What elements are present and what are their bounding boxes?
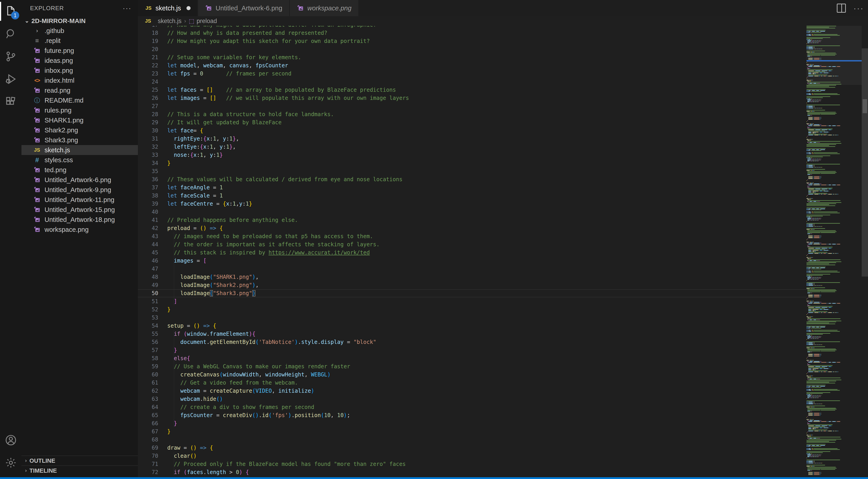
- file-row-index.html[interactable]: <>index.html: [22, 75, 138, 86]
- code-line-64[interactable]: 64 // create a div to show frames per se…: [138, 403, 807, 411]
- code-line-22[interactable]: 22let model, webcam, canvas, fpsCounter: [138, 61, 807, 70]
- section-timeline[interactable]: ›TIMELINE: [22, 466, 138, 475]
- code-line-25[interactable]: 25let faces = [] // an array to be popul…: [138, 86, 807, 94]
- file-row-Shark2.png[interactable]: Shark2.png: [22, 125, 138, 135]
- code-line-33[interactable]: 33 nose:{x:1, y:1}: [138, 151, 807, 159]
- modified-dot[interactable]: [186, 6, 191, 10]
- extensions-icon[interactable]: [0, 90, 22, 113]
- file-row-Untitled_Artwork-11.png[interactable]: Untitled_Artwork-11.png: [22, 195, 138, 205]
- code-line-41[interactable]: 41// Preload happens before anything els…: [138, 216, 807, 224]
- code-line-55[interactable]: 55 if (window.frameElement){: [138, 330, 807, 338]
- code-line-48[interactable]: 48 loadImage("SHARK1.png"),: [138, 273, 807, 281]
- code-line-19[interactable]: 19// How might you adapt this sketch for…: [138, 37, 807, 45]
- file-row-inbox.png[interactable]: inbox.png: [22, 66, 138, 75]
- code-line-35[interactable]: 35: [138, 167, 807, 175]
- code-line-72[interactable]: 72 if (faces.length > 0) {: [138, 468, 807, 475]
- file-row-SHARK1.png[interactable]: SHARK1.png: [22, 115, 138, 125]
- run-debug-icon[interactable]: [0, 68, 22, 90]
- code-line-58[interactable]: 58 else{: [138, 354, 807, 362]
- code-line-40[interactable]: 40: [138, 208, 807, 216]
- code-line-43[interactable]: 43 // images need to be preloaded so tha…: [138, 232, 807, 241]
- file-row-read.png[interactable]: read.png: [22, 86, 138, 95]
- code-line-70[interactable]: 70 clear(): [138, 452, 807, 460]
- code-line-56[interactable]: 56 document.getElementById('TabNotice').…: [138, 338, 807, 346]
- code-editor[interactable]: 17// How and why might a data portrait d…: [138, 26, 868, 475]
- code-line-71[interactable]: 71 // Proceed only if the BlazeFace mode…: [138, 460, 807, 468]
- editor-scrollbar[interactable]: [862, 26, 868, 475]
- code-line-38[interactable]: 38let faceScale = 1: [138, 192, 807, 200]
- code-line-18[interactable]: 18// How and why is data presented and r…: [138, 29, 807, 37]
- code-line-21[interactable]: 21// Setup some variables for key elemen…: [138, 53, 807, 61]
- code-line-26[interactable]: 26let images = [] // we will populate th…: [138, 94, 807, 102]
- code-line-39[interactable]: 39let faceCentre = {x:1,y:1}: [138, 200, 807, 208]
- tree-root-folder[interactable]: ⌄ 2D-MIRROR-MAIN: [22, 16, 138, 26]
- code-line-37[interactable]: 37let faceAngle = 1: [138, 184, 807, 192]
- explorer-more-actions[interactable]: ···: [123, 4, 131, 12]
- code-line-30[interactable]: 30let face= {: [138, 127, 807, 135]
- code-line-23[interactable]: 23let fps = 0 // frames per second: [138, 70, 807, 78]
- file-row-Untitled_Artwork-18.png[interactable]: Untitled_Artwork-18.png: [22, 215, 138, 225]
- code-line-68[interactable]: 68: [138, 436, 807, 444]
- code-line-42[interactable]: 42preload = () => {: [138, 224, 807, 232]
- breadcrumb-file[interactable]: JS sketch.js: [144, 17, 182, 25]
- code-line-32[interactable]: 32 leftEye:{x:1, y:1},: [138, 143, 807, 151]
- file-row-sketch.js[interactable]: JSsketch.js: [22, 145, 138, 155]
- code-line-36[interactable]: 36// These values will be calculated / d…: [138, 175, 807, 184]
- split-editor-icon[interactable]: [837, 4, 846, 13]
- code-line-59[interactable]: 59 // Use a WebGL Canvas to make our ima…: [138, 362, 807, 371]
- code-line-50[interactable]: 50 loadImage("Shark3.png"): [138, 289, 807, 297]
- file-row-ted.png[interactable]: ted.png: [22, 165, 138, 175]
- file-row-README.md[interactable]: ⓘREADME.md: [22, 95, 138, 105]
- tab-sketch.js[interactable]: JSsketch.js: [138, 0, 197, 16]
- file-row-future.png[interactable]: future.png: [22, 45, 138, 56]
- file-row-.github[interactable]: ›.github: [22, 26, 138, 36]
- file-row-Shark3.png[interactable]: Shark3.png: [22, 135, 138, 145]
- code-line-65[interactable]: 65 fpsCounter = createDiv().id('fps').po…: [138, 411, 807, 419]
- code-line-49[interactable]: 49 loadImage("Shark2.png"),: [138, 281, 807, 289]
- file-row-Untitled_Artwork-15.png[interactable]: Untitled_Artwork-15.png: [22, 205, 138, 215]
- code-line-28[interactable]: 28// This is a data structure to hold fa…: [138, 110, 807, 118]
- search-icon[interactable]: [0, 23, 22, 45]
- section-outline[interactable]: ›OUTLINE: [22, 455, 138, 466]
- code-line-52[interactable]: 52}: [138, 306, 807, 314]
- code-line-67[interactable]: 67}: [138, 427, 807, 436]
- code-line-44[interactable]: 44 // the order is important as it affec…: [138, 241, 807, 249]
- file-row-Untitled_Artwork-6.png[interactable]: Untitled_Artwork-6.png: [22, 175, 138, 185]
- file-row-Untitled_Artwork-9.png[interactable]: Untitled_Artwork-9.png: [22, 185, 138, 195]
- source-control-icon[interactable]: [0, 45, 22, 68]
- code-line-27[interactable]: 27: [138, 102, 807, 110]
- code-line-62[interactable]: 62 webcam = createCapture(VIDEO, initial…: [138, 387, 807, 395]
- code-line-51[interactable]: 51 ]: [138, 297, 807, 306]
- code-line-20[interactable]: 20: [138, 45, 807, 53]
- file-row-ideas.png[interactable]: ideas.png: [22, 56, 138, 66]
- editor-more-actions-icon[interactable]: ···: [854, 4, 864, 13]
- code-line-66[interactable]: 66 }: [138, 419, 807, 427]
- code-line-61[interactable]: 61 // Get a video feed from the webcam.: [138, 379, 807, 387]
- tab-Untitled_Artwork-6.png[interactable]: Untitled_Artwork-6.png: [198, 0, 289, 16]
- code-line-69[interactable]: 69draw = () => {: [138, 444, 807, 452]
- file-row-styles.css[interactable]: #styles.css: [22, 155, 138, 165]
- code-line-31[interactable]: 31 rightEye:{x:1, y:1},: [138, 135, 807, 143]
- code-line-54[interactable]: 54setup = () => {: [138, 322, 807, 330]
- file-row-.replit[interactable]: ≡.replit: [22, 36, 138, 45]
- code-line-17[interactable]: 17// How and why might a data portrait d…: [138, 26, 807, 29]
- minimap[interactable]: [807, 26, 862, 475]
- code-line-57[interactable]: 57 }: [138, 346, 807, 354]
- code-line-34[interactable]: 34}: [138, 159, 807, 167]
- code-line-53[interactable]: 53: [138, 314, 807, 322]
- scrollbar-thumb[interactable]: [862, 49, 868, 277]
- code-line-29[interactable]: 29// It will get updated by BlazeFace: [138, 118, 807, 127]
- code-line-46[interactable]: 46 images = [: [138, 257, 807, 265]
- tab-workspace.png[interactable]: workspace.png: [290, 0, 358, 16]
- code-line-60[interactable]: 60 createCanvas(windowWidth, windowHeigh…: [138, 371, 807, 379]
- code-line-45[interactable]: 45 // this stack is inspired by https://…: [138, 249, 807, 257]
- breadcrumb-symbol[interactable]: ⬚ preload: [189, 18, 217, 25]
- file-row-rules.png[interactable]: rules.png: [22, 105, 138, 115]
- code-line-24[interactable]: 24: [138, 78, 807, 86]
- settings-gear-icon[interactable]: [0, 451, 22, 474]
- file-row-workspace.png[interactable]: workspace.png: [22, 225, 138, 234]
- explorer-icon[interactable]: 1: [0, 0, 22, 23]
- code-line-63[interactable]: 63 webcam.hide(): [138, 395, 807, 403]
- code-line-47[interactable]: 47: [138, 265, 807, 273]
- account-icon[interactable]: [0, 429, 22, 451]
